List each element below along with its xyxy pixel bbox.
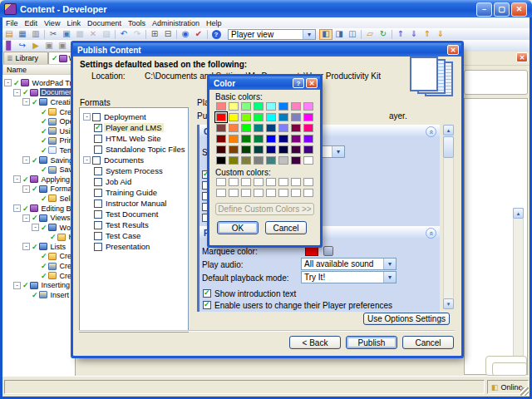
basic-color-swatch[interactable] <box>303 145 313 154</box>
tree-item[interactable]: ✓Openi <box>2 116 75 126</box>
back-button[interactable]: < Back <box>289 336 341 349</box>
basic-color-swatch[interactable] <box>216 102 226 111</box>
tree-item[interactable]: ✓Using <box>2 126 75 136</box>
basic-color-swatch[interactable] <box>303 135 313 143</box>
format-checkbox[interactable] <box>94 178 102 186</box>
outline-view-button[interactable]: ◨ <box>332 29 346 40</box>
open-icon[interactable]: ▤ <box>2 29 16 40</box>
scroll-down-button[interactable]: ▾ <box>443 298 454 309</box>
basic-color-swatch[interactable] <box>291 145 301 154</box>
player-collapse-icon[interactable]: « <box>426 228 436 239</box>
properties-icon[interactable]: ▣ <box>42 41 56 52</box>
spelling-icon[interactable]: ✔ <box>192 29 205 40</box>
format-item[interactable]: Test Case <box>80 230 188 241</box>
expand-all-icon[interactable]: ⊞ <box>148 29 161 40</box>
format-expander[interactable]: - <box>83 156 91 164</box>
custom-color-swatch[interactable] <box>216 189 226 197</box>
export-icon[interactable]: ⇓ <box>434 29 447 40</box>
basic-color-swatch[interactable] <box>278 145 288 154</box>
publish-button[interactable]: Publish <box>346 336 397 349</box>
menu-help[interactable]: Help <box>203 19 225 27</box>
custom-color-swatch[interactable] <box>278 189 288 197</box>
basic-color-swatch[interactable] <box>216 113 226 121</box>
basic-color-swatch[interactable] <box>266 145 276 154</box>
chevron-down-icon[interactable]: ▾ <box>383 259 396 269</box>
basic-color-swatch[interactable] <box>266 113 276 121</box>
maximize-button[interactable]: ▢ <box>494 2 510 17</box>
format-checkbox[interactable] <box>94 232 102 240</box>
basic-color-swatch[interactable] <box>241 113 251 121</box>
refresh-icon[interactable]: ↻ <box>377 29 390 40</box>
menu-edit[interactable]: Edit <box>22 19 42 27</box>
basic-color-swatch[interactable] <box>266 135 276 143</box>
format-checkbox[interactable] <box>94 189 102 197</box>
find-icon[interactable]: ◉ <box>179 29 192 40</box>
format-checkbox[interactable] <box>94 221 102 229</box>
basic-color-swatch[interactable] <box>229 135 239 143</box>
save-icon[interactable]: ▦ <box>16 29 29 40</box>
format-item[interactable]: Job Aid <box>80 176 188 187</box>
basic-color-swatch[interactable] <box>241 135 251 143</box>
tree-expander[interactable]: - <box>22 214 30 222</box>
basic-color-swatch[interactable] <box>241 156 251 165</box>
basic-color-swatch[interactable] <box>291 156 301 165</box>
format-item[interactable]: Training Guide <box>80 187 188 198</box>
custom-color-swatch[interactable] <box>241 189 251 197</box>
ok-button[interactable]: OK <box>217 221 259 234</box>
format-item[interactable]: -Deployment <box>80 111 188 122</box>
custom-color-swatch[interactable] <box>303 178 313 186</box>
format-item[interactable]: Standalone Topic Files <box>80 144 188 155</box>
basic-color-swatch[interactable] <box>254 135 264 143</box>
check-in-icon[interactable]: ⇑ <box>394 29 407 40</box>
playback-mode-select[interactable]: Try It! ▾ <box>301 271 397 283</box>
collapse-all-icon[interactable]: ⊟ <box>161 29 175 40</box>
basic-color-swatch[interactable] <box>291 124 301 132</box>
content-collapse-icon[interactable]: « <box>426 126 436 137</box>
cancel-button[interactable]: Cancel <box>402 336 454 349</box>
basic-color-swatch[interactable] <box>216 124 226 132</box>
check-out-icon[interactable]: ⇓ <box>407 29 421 40</box>
open-folder-icon[interactable]: ▱ <box>363 29 377 40</box>
basic-color-swatch[interactable] <box>241 102 251 111</box>
use-options-settings-button[interactable]: Use Options Settings <box>363 313 450 325</box>
record-topic-icon[interactable]: ▶ <box>29 41 42 52</box>
format-item[interactable]: Instructor Manual <box>80 198 188 209</box>
custom-color-swatch[interactable] <box>278 178 288 186</box>
format-item[interactable]: Player and LMS <box>80 122 188 133</box>
tree-item[interactable]: -✓Inserting <box>2 280 75 290</box>
tree-item[interactable]: ✓Templ <box>2 145 75 155</box>
player-view-button[interactable]: ◧ <box>319 29 332 40</box>
basic-color-swatch[interactable] <box>229 124 239 132</box>
format-checkbox[interactable] <box>94 167 102 175</box>
basic-color-swatch[interactable] <box>254 124 264 132</box>
basic-color-swatch[interactable] <box>254 145 264 154</box>
color-help-button[interactable]: ? <box>293 78 304 88</box>
resize-grip[interactable] <box>520 387 529 396</box>
minimize-button[interactable]: – <box>476 2 492 17</box>
preview-icon[interactable]: ▣ <box>56 41 69 52</box>
custom-color-swatch[interactable] <box>254 189 264 197</box>
custom-color-swatch[interactable] <box>266 189 276 197</box>
basic-color-swatch[interactable] <box>303 113 313 121</box>
custom-color-swatch[interactable] <box>303 189 313 197</box>
custom-color-swatch[interactable] <box>229 189 239 197</box>
tree-item[interactable]: -✓Creating <box>2 97 75 107</box>
chevron-down-icon[interactable]: ▾ <box>383 272 396 283</box>
tree-item[interactable]: ✓Creat <box>2 261 75 271</box>
basic-color-swatch[interactable] <box>278 102 288 111</box>
play-audio-select[interactable]: All available sound ▾ <box>301 258 397 270</box>
tree-item[interactable]: -✓Work <box>2 223 75 233</box>
marquee-color-swatch[interactable] <box>305 245 318 256</box>
menu-link[interactable]: Link <box>63 19 84 27</box>
basic-color-swatch[interactable] <box>278 113 288 121</box>
format-item[interactable]: Test Document <box>80 209 188 219</box>
tab-module[interactable]: ✓ Word <box>48 52 76 64</box>
tree-item[interactable]: -✓WordPad Training <box>2 78 75 88</box>
tree-expander[interactable]: - <box>13 204 21 212</box>
split-view-button[interactable]: ◫ <box>346 29 359 40</box>
format-item[interactable]: -Documents <box>80 155 188 165</box>
basic-color-swatch[interactable] <box>216 135 226 143</box>
scroll-up-button[interactable]: ▴ <box>513 208 524 219</box>
format-expander[interactable]: - <box>83 113 91 121</box>
tree-item[interactable]: ✓Select <box>2 194 75 204</box>
